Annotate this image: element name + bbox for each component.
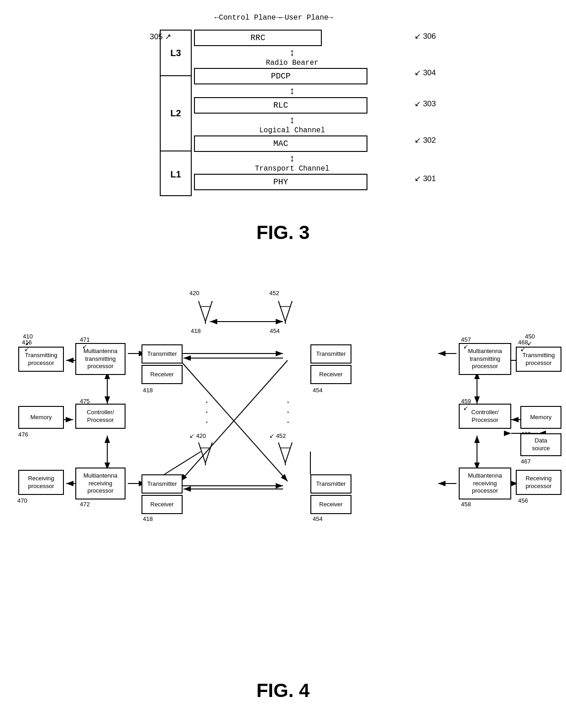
- phy-box: PHY: [194, 174, 367, 190]
- label-452-top: 452: [269, 290, 279, 296]
- arrow-rlc-mac: ↕: [194, 114, 390, 126]
- protocol-area: Transmitting processor RRC ↙ 306 ↕ Radio…: [194, 30, 390, 190]
- layer-l2: L2: [161, 76, 191, 151]
- antenna-452-top: [274, 296, 297, 324]
- rrc-box: Transmitting processor RRC: [194, 30, 322, 46]
- fig4-diagram: 410↙ Transmittingprocessor 416↙ Multiant…: [9, 274, 557, 671]
- multiantenna-recv-left: Multiantennareceivingprocessor: [75, 468, 126, 499]
- receiving-proc-right: Receivingprocessor: [516, 470, 561, 495]
- transmitter-tr: Transmitter: [310, 344, 351, 364]
- label-457: 457↙: [461, 336, 471, 350]
- ref-303: ↙ 303: [414, 99, 436, 109]
- memory-left: Memory: [18, 406, 64, 429]
- label-454-top: 454: [313, 387, 323, 394]
- label-416: 416↙: [22, 339, 32, 353]
- label-456: 456: [518, 497, 528, 504]
- data-source-right: Datasource: [520, 433, 561, 456]
- arrow-mac-phy: ↕: [194, 152, 390, 165]
- controller-left: Controller/Processor: [75, 404, 126, 429]
- fig4-container: 410↙ Transmittingprocessor 416↙ Multiant…: [9, 274, 557, 702]
- fig4-title: FIG. 4: [9, 680, 557, 702]
- svg-line-40: [278, 442, 285, 463]
- pdcp-box: PDCP: [194, 68, 367, 84]
- dots-left: ···: [205, 397, 208, 427]
- label-418-bot: 418: [143, 515, 153, 522]
- ref-304: ↙ 304: [414, 68, 436, 78]
- mac-box: MAC: [194, 135, 367, 152]
- multiantenna-recv-right: Multiantennareceivingprocessor: [459, 468, 511, 499]
- svg-line-41: [285, 442, 292, 463]
- antenna-452-bot: [274, 438, 297, 465]
- dots-right: ···: [287, 397, 289, 427]
- receiver-br: Receiver: [310, 495, 351, 514]
- antenna-420-bot: [194, 438, 217, 465]
- ref-302: ↙ 302: [414, 135, 436, 145]
- rlc-box: RLC: [194, 97, 367, 114]
- svg-line-28: [199, 301, 205, 322]
- label-418-top: 418: [143, 387, 153, 394]
- svg-line-36: [199, 442, 205, 463]
- label-458: 458: [461, 501, 471, 508]
- layer-column: L3 L2 L1: [160, 30, 192, 196]
- svg-line-37: [205, 442, 212, 463]
- label-452-bot: ↙ 452: [269, 432, 286, 439]
- transmitter-br: Transmitter: [310, 474, 351, 494]
- label-470: 470: [17, 497, 27, 504]
- fig3-container: ←Control Plane→←User Plane→ 305 ↗ L3 L2 …: [27, 9, 539, 244]
- transport-channel-label: Transport Channel: [194, 165, 390, 173]
- arrow-rrc-pdcp: ↕: [194, 46, 390, 59]
- radio-bearer-label: Radio Bearer: [194, 59, 390, 67]
- arrow-pdcp-rlc: ↕: [194, 84, 390, 97]
- transmitter-tl: Transmitter: [142, 344, 183, 364]
- label-472: 472: [80, 501, 90, 508]
- receiving-proc-left: Receivingprocessor: [18, 470, 64, 495]
- receiver-tr: Receiver: [310, 365, 351, 384]
- layer-l1: L1: [161, 151, 191, 197]
- ref-306: ↙ 306: [414, 31, 436, 41]
- label-467: 467: [521, 458, 531, 465]
- label-471: 471↙: [80, 336, 90, 350]
- ref-301: ↙ 301: [414, 174, 436, 183]
- receiver-bl: Receiver: [142, 495, 183, 514]
- fig3-title: FIG. 3: [27, 222, 539, 244]
- label-459: 459↙: [461, 398, 471, 411]
- label-475: 475: [80, 398, 90, 405]
- transmitter-bl: Transmitter: [142, 474, 183, 494]
- receiver-tl: Receiver: [142, 365, 183, 384]
- logical-channel-label: Logical Channel: [194, 126, 390, 135]
- label-420-bot: ↙ 420: [189, 432, 206, 439]
- layer-l3: L3: [161, 31, 191, 76]
- label-418-top2: 418: [191, 328, 201, 334]
- label-454-bot: 454: [313, 515, 323, 522]
- planes-label: ←Control Plane→←User Plane→: [215, 14, 333, 22]
- label-476: 476: [18, 431, 28, 438]
- svg-line-33: [285, 301, 292, 322]
- label-454-top2: 454: [270, 328, 280, 334]
- memory-right: Memory: [520, 406, 561, 429]
- svg-line-32: [278, 301, 285, 322]
- label-420-top: 420: [189, 290, 199, 296]
- antenna-420-top: [194, 296, 217, 324]
- label-468: 468↙: [518, 339, 528, 353]
- svg-line-29: [205, 301, 212, 322]
